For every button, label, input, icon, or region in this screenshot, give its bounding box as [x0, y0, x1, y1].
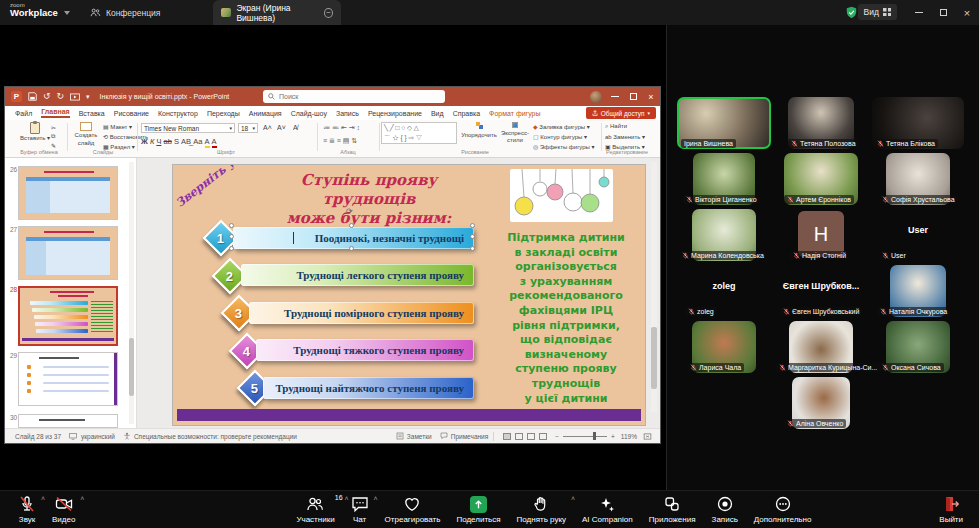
ppt-share-button[interactable]: Общий доступ ▾	[586, 107, 656, 119]
video-options-chevron[interactable]: ˄	[80, 495, 84, 502]
account-avatar[interactable]	[590, 91, 602, 103]
zoom-percentage[interactable]: 119%	[621, 433, 637, 440]
strikethrough-icon[interactable]: ab	[163, 137, 171, 146]
participant-tile[interactable]: Артем Єронніков	[774, 153, 868, 205]
participant-tile[interactable]: Маргаритка Курицына-Си...	[774, 321, 868, 373]
font-color-icon[interactable]: А	[212, 137, 217, 148]
qat-dropdown-icon[interactable]: ▾	[86, 93, 90, 100]
char-spacing-icon[interactable]: АВ̲	[181, 137, 191, 146]
slide-thumbnail-28-selected[interactable]	[18, 286, 118, 346]
participant-tile[interactable]: Наталія Очкурова	[871, 265, 965, 317]
selection-handle[interactable]	[470, 223, 475, 228]
cut-icon[interactable]: ✂	[51, 124, 56, 131]
participant-tile[interactable]: Софія Хрустальова	[871, 153, 965, 205]
security-shield-icon[interactable]	[845, 6, 858, 19]
menu-shape-format[interactable]: Формат фигуры	[489, 110, 540, 117]
selection-handle[interactable]	[349, 246, 354, 251]
participant-tile[interactable]: Вікторія Циганенко	[677, 153, 771, 205]
format-painter-icon[interactable]: ✎	[51, 142, 56, 149]
participant-tile[interactable]: Тетяна Блікова	[871, 97, 965, 149]
menu-help[interactable]: Справка	[453, 110, 480, 117]
menu-insert[interactable]: Вставка	[79, 110, 105, 117]
search-input[interactable]	[279, 93, 429, 100]
menu-slideshow[interactable]: Слайд-шоу	[291, 110, 327, 117]
participant-tile[interactable]: Оксана Сичова	[871, 321, 965, 373]
reading-view-icon[interactable]	[527, 433, 535, 440]
undo-icon[interactable]: ↺	[43, 92, 51, 101]
shrink-font-icon[interactable]: А˅	[277, 124, 286, 131]
audio-button[interactable]: ˄ Звук	[10, 491, 44, 528]
menu-animations[interactable]: Анимация	[249, 110, 282, 117]
participant-tile[interactable]: Тетяна Полозова	[774, 97, 868, 149]
shapes-gallery[interactable]: ╲ ╱ □ ○ ◇ △⌒ ☆ { } ⇨ ▽	[381, 122, 457, 144]
tab-meeting[interactable]: Конференция	[82, 0, 168, 25]
slideshow-view-icon[interactable]	[539, 433, 547, 440]
selection-handle[interactable]	[229, 246, 234, 251]
zoom-slider[interactable]	[563, 436, 607, 437]
menu-draw[interactable]: Рисование	[114, 110, 149, 117]
selection-handle[interactable]	[229, 234, 234, 239]
participant-tile[interactable]: Лариса Чала	[677, 321, 771, 373]
video-button[interactable]: ˄ Видео	[44, 491, 83, 528]
slide-thumbnail-30[interactable]	[18, 414, 118, 428]
participant-tile[interactable]: Аліна Овченко	[774, 377, 868, 429]
participants-button[interactable]: 16 ˄ Участники	[288, 491, 342, 528]
participant-tile[interactable]: Ірина Вишнева	[677, 97, 771, 149]
ppt-minimize-button[interactable]	[606, 87, 624, 106]
clear-format-icon[interactable]: А̸	[293, 124, 298, 131]
slide-bar-4[interactable]: Труднощі тяжкого ступеня прояву	[256, 339, 474, 361]
participant-tile[interactable]: zoleg zoleg	[677, 265, 771, 317]
restore-button[interactable]	[931, 0, 955, 25]
language-indicator[interactable]: украинский	[81, 433, 115, 440]
slide-bar-1[interactable]: Поодинокі, незначні труднощі	[233, 227, 474, 249]
normal-view-icon[interactable]	[503, 433, 511, 440]
shape-fill-button[interactable]: ◆ Заливка фигуры ▾	[533, 123, 590, 130]
menu-design[interactable]: Конструктор	[158, 110, 198, 117]
slide-thumbnail-26[interactable]	[18, 166, 118, 220]
slide-canvas[interactable]: Зверніть увагу! Ступінь прояву труднощів…	[173, 165, 645, 425]
change-case-icon[interactable]: Аа	[193, 137, 202, 146]
menu-view[interactable]: Вид	[431, 110, 444, 117]
quick-styles-button[interactable]: Экспресс-стили	[499, 122, 531, 145]
highlight-color-icon[interactable]: А	[205, 137, 210, 148]
replace-button[interactable]: ab Заменить ▾	[605, 133, 645, 140]
layout-button[interactable]: ▤ Макет ▾	[103, 123, 132, 130]
shadow-icon[interactable]: S	[174, 137, 179, 146]
leave-button[interactable]: Выйти	[931, 491, 971, 528]
chevron-down-icon[interactable]	[64, 11, 70, 15]
participant-tile[interactable]: Євген Шрубков... Євген Шрубковський	[774, 265, 868, 317]
ppt-close-button[interactable]: ×	[642, 87, 660, 106]
notes-toggle[interactable]: Заметки	[407, 433, 432, 440]
tab-screen-share[interactable]: Экран (Ирина Вишнева) −	[213, 0, 341, 25]
selection-handle[interactable]	[229, 223, 234, 228]
chat-button[interactable]: ˄ Чат	[343, 491, 377, 528]
editor-scrollbar[interactable]	[651, 162, 657, 412]
bold-icon[interactable]: Ж	[141, 137, 148, 146]
raise-hand-button[interactable]: ˄ Поднять руку	[509, 491, 574, 528]
arrange-button[interactable]: Упорядочить	[461, 122, 497, 139]
menu-home[interactable]: Главная	[41, 108, 69, 118]
view-button[interactable]: Вид	[858, 4, 897, 20]
list-buttons-row[interactable]: ≔ ≕ ⇤ ⇥ ↕	[323, 124, 360, 132]
zoom-in-button[interactable]: +	[611, 433, 615, 440]
font-size-combo[interactable]: 18▾	[238, 123, 258, 133]
comments-toggle[interactable]: Примечания	[451, 433, 489, 440]
participant-tile[interactable]: Марина Колендовська	[677, 209, 771, 261]
participant-tile[interactable]: Н Надія Стогній	[774, 209, 868, 261]
shape-outline-button[interactable]: ▢ Контур фигуры ▾	[533, 133, 587, 140]
save-icon[interactable]	[28, 92, 37, 101]
italic-icon[interactable]: К	[150, 137, 154, 146]
close-button[interactable]: ×	[955, 0, 979, 25]
search-box[interactable]	[263, 90, 445, 103]
more-button[interactable]: Дополнительно	[746, 491, 820, 528]
grow-font-icon[interactable]: А˄	[263, 124, 272, 131]
menu-file[interactable]: Файл	[15, 110, 32, 117]
new-slide-button[interactable]: Создать слайд	[71, 122, 101, 147]
collapse-tab-icon[interactable]: −	[324, 8, 333, 18]
ppt-restore-button[interactable]	[624, 87, 642, 106]
thumbnail-scrollbar[interactable]	[129, 162, 134, 424]
slide-bar-3[interactable]: Труднощі помірного ступеня прояву	[249, 302, 474, 324]
zoom-out-button[interactable]: −	[555, 433, 559, 440]
reactions-button[interactable]: Отреагировать	[377, 491, 449, 528]
shape-effects-button[interactable]: ◎ Эффекты фигуры ▾	[533, 143, 595, 150]
